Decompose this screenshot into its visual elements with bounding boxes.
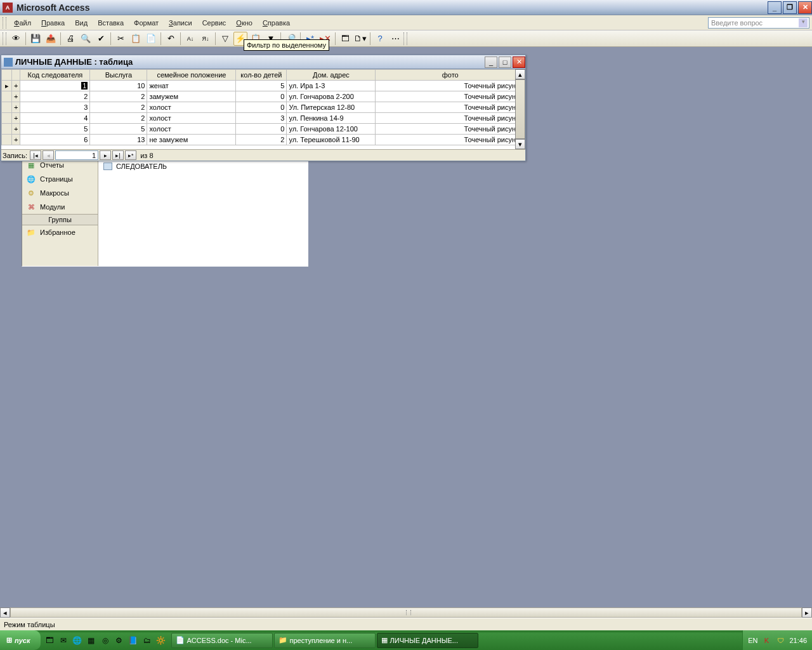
statusbar: Режим таблицы — [0, 618, 812, 630]
table-row[interactable]: +613не замужем2ул. Терешковой 11-90Точеч… — [2, 135, 525, 145]
start-button[interactable]: ⊞ пуск — [0, 630, 41, 650]
sheet-maximize-button[interactable]: □ — [499, 56, 511, 68]
menu-file[interactable]: Файл — [9, 18, 36, 28]
ask-question-input[interactable]: Введите вопрос ▾ — [708, 17, 809, 29]
spellcheck-button[interactable]: ✔ — [94, 32, 108, 46]
col-header[interactable]: семейное положение — [147, 70, 236, 81]
ql-icon[interactable]: 📘 — [127, 633, 140, 647]
table-row[interactable]: +55холост0ул. Гончарова 12-100Точечный р… — [2, 124, 525, 135]
folder-icon: 📁 — [26, 227, 36, 237]
nav-modules[interactable]: ⌘Модули — [22, 200, 98, 214]
reports-icon: ▦ — [26, 160, 36, 170]
nav-macros[interactable]: ⚙Макросы — [22, 186, 98, 200]
lang-indicator[interactable]: EN — [748, 637, 757, 644]
database-window-button[interactable]: 🗔 — [338, 32, 352, 46]
scroll-up-button[interactable]: ▴ — [515, 69, 525, 79]
record-number-input[interactable] — [55, 150, 98, 160]
mdi-client: ▦Отчеты 🌐Страницы ⚙Макросы ⌘Модули Групп… — [0, 47, 812, 618]
toolbar-grip-end[interactable] — [403, 32, 407, 45]
folder-icon: 📁 — [278, 636, 287, 644]
sheet-minimize-button[interactable]: _ — [485, 56, 497, 68]
restore-button[interactable]: ❐ — [783, 1, 797, 14]
nav-prev-button[interactable]: ◂ — [43, 150, 54, 160]
export-button[interactable]: 📤 — [44, 32, 58, 46]
minimize-button[interactable]: _ — [768, 1, 782, 14]
scroll-down-button[interactable]: ▾ — [515, 139, 525, 149]
nav-new-button[interactable]: ▸* — [125, 150, 136, 160]
menubar: Файл Правка Вид Вставка Формат Записи Се… — [0, 15, 812, 30]
ql-icon[interactable]: ▦ — [85, 633, 98, 647]
table-row[interactable]: +32холост0Ул. Питерская 12-80Точечный ри… — [2, 102, 525, 113]
tray-icon[interactable]: K — [761, 635, 771, 646]
start-icon: ⊞ — [6, 636, 12, 644]
ask-dropdown-icon[interactable]: ▾ — [799, 18, 808, 27]
menubar-grip[interactable] — [3, 17, 6, 29]
ql-icon[interactable]: ✉ — [57, 633, 70, 647]
menu-view[interactable]: Вид — [70, 18, 93, 28]
menu-window[interactable]: Окно — [231, 18, 258, 28]
menu-format[interactable]: Формат — [129, 18, 164, 28]
ql-icon[interactable]: 🗔 — [43, 633, 56, 647]
row-header-corner[interactable] — [2, 70, 12, 81]
taskbar-task[interactable]: 📁преступление и н... — [274, 633, 376, 648]
menu-edit[interactable]: Правка — [36, 18, 70, 28]
help-button[interactable]: ? — [373, 32, 387, 46]
nav-next-button[interactable]: ▸ — [100, 150, 111, 160]
nav-first-button[interactable]: |◂ — [30, 150, 41, 160]
col-header[interactable]: кол-во детей — [236, 70, 287, 81]
menu-service[interactable]: Сервис — [197, 18, 232, 28]
more-button[interactable]: ⋯ — [388, 32, 402, 46]
ql-icon[interactable]: ◎ — [99, 633, 112, 647]
menu-records[interactable]: Записи — [164, 18, 197, 28]
new-object-button[interactable]: 🗋▾ — [353, 32, 367, 46]
hscroll-left-button[interactable]: ◂ — [0, 607, 10, 618]
menu-help[interactable]: Справка — [258, 18, 295, 28]
table-row[interactable]: +22замужем0ул. Гончарова 2-200Точечный р… — [2, 91, 525, 102]
ql-icon[interactable]: 🔆 — [155, 633, 167, 647]
datasheet-grid: Код следователя Выслуга семейное положен… — [1, 69, 525, 149]
nav-pages-label: Страницы — [40, 175, 73, 183]
task-label: преступление и н... — [290, 637, 353, 644]
hscroll-thumb[interactable] — [10, 607, 802, 618]
print-preview-button[interactable]: 🔍 — [79, 32, 93, 46]
col-header[interactable]: Код следователя — [20, 70, 90, 81]
paste-button[interactable]: 📄 — [144, 32, 158, 46]
vertical-scrollbar[interactable]: ▴ ▾ — [515, 69, 525, 149]
ql-icon[interactable]: 🗂 — [141, 633, 154, 647]
datasheet-titlebar[interactable]: ЛИЧНЫЕ ДАННЫЕ : таблица _ □ ✕ — [1, 55, 525, 69]
tray-icon[interactable]: 🛡 — [775, 635, 785, 646]
hscroll-track[interactable] — [10, 607, 802, 618]
nav-last-button[interactable]: ▸| — [112, 150, 124, 160]
table-row[interactable]: +42холост3ул. Пенкина 14-9Точечный рисун… — [2, 113, 525, 124]
sort-desc-button[interactable]: Я↓ — [199, 32, 213, 46]
taskbar-task-active[interactable]: ▦ЛИЧНЫЕ ДАННЫЕ... — [377, 633, 478, 648]
col-header[interactable]: Дом. адрес — [287, 70, 376, 81]
list-item-sledovatel[interactable]: СЛЕДОВАТЕЛЬ — [101, 161, 305, 172]
table-row[interactable]: ▸+110женат5ул. Ира 1-3Точечный рисунок — [2, 81, 525, 91]
print-button[interactable]: 🖨 — [63, 32, 77, 46]
view-button[interactable]: 👁 — [9, 32, 23, 46]
col-header[interactable]: фото — [376, 70, 525, 81]
filter-funnel-button[interactable]: ▽ — [218, 32, 232, 46]
cut-button[interactable]: ✂ — [114, 32, 128, 46]
ql-icon[interactable]: 🌐 — [71, 633, 84, 647]
copy-button[interactable]: 📋 — [129, 32, 143, 46]
sheet-close-button[interactable]: ✕ — [513, 56, 525, 68]
clock[interactable]: 21:46 — [789, 637, 807, 644]
sort-asc-button[interactable]: А↓ — [183, 32, 197, 46]
toolbar-grip[interactable] — [3, 32, 6, 45]
undo-button[interactable]: ↶ — [164, 32, 178, 46]
hscroll-right-button[interactable]: ▸ — [802, 607, 812, 618]
save-button[interactable]: 💾 — [29, 32, 43, 46]
close-button[interactable]: ✕ — [798, 1, 812, 14]
menu-insert[interactable]: Вставка — [93, 18, 129, 28]
col-header[interactable]: Выслуга — [90, 70, 147, 81]
nav-favorites[interactable]: 📁Избранное — [22, 225, 98, 239]
object-list: СЛЕДОВАТЕЛЬ — [98, 158, 308, 266]
nav-favorites-label: Избранное — [40, 229, 75, 236]
nav-pages[interactable]: 🌐Страницы — [22, 172, 98, 186]
taskbar-task[interactable]: 📄ACCESS.doc - Mic... — [171, 633, 273, 648]
main-horizontal-scrollbar[interactable]: ◂ ▸ — [0, 607, 812, 618]
scroll-thumb[interactable] — [515, 79, 525, 139]
ql-icon[interactable]: ⚙ — [113, 633, 126, 647]
